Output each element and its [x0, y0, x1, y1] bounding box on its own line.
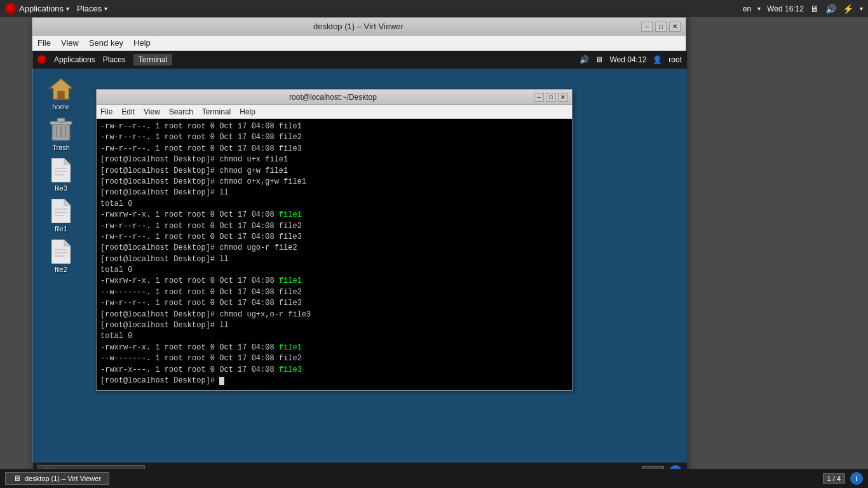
home-icon-label: home	[52, 103, 70, 111]
lang-arrow: ▾	[757, 5, 761, 12]
svg-marker-9	[64, 158, 71, 165]
file3-icon[interactable]: file3	[39, 158, 83, 192]
guest-user-icon: 👤	[653, 55, 662, 64]
file3-icon-label: file3	[55, 184, 67, 192]
virt-menu-file[interactable]: File	[37, 38, 51, 48]
virt-menu-sendkey[interactable]: Send key	[89, 38, 123, 48]
trash-icon-label: Trash	[52, 144, 70, 151]
home-icon[interactable]: home	[39, 76, 83, 111]
system-arrow-down: ▾	[860, 5, 863, 12]
terminal-line-19: [root@localhost Desktop]# ll	[100, 320, 568, 331]
terminal-menu-terminal[interactable]: Terminal	[202, 107, 231, 116]
virt-minimize-button[interactable]: –	[641, 22, 653, 32]
bottom-pager-button[interactable]: i	[850, 472, 863, 485]
system-topbar-left: Applications ▾ Places ▾	[5, 3, 107, 15]
gnome-orb-icon	[5, 3, 17, 15]
terminal-line-8: total 0	[100, 199, 568, 210]
system-monitor-icon: 🖥	[810, 4, 819, 14]
terminal-line-21: -rwxrw-r-x. 1 root root 0 Oct 17 04:08 f…	[100, 342, 568, 353]
trash-icon[interactable]: Trash	[39, 117, 83, 151]
guest-monitor-icon: 🖥	[595, 55, 603, 64]
virt-menu-view[interactable]: View	[61, 38, 79, 48]
system-places-menu[interactable]: Places	[77, 4, 102, 13]
terminal-line-15: -rwxrw-r-x. 1 root root 0 Oct 17 04:08 f…	[100, 276, 568, 287]
terminal-line-10: -rw-r--r--. 1 root root 0 Oct 17 04:08 f…	[100, 221, 568, 232]
terminal-line-24: [root@localhost Desktop]#	[100, 376, 568, 386]
terminal-cursor	[219, 377, 224, 385]
system-lang[interactable]: en	[743, 4, 751, 13]
svg-marker-14	[64, 199, 71, 205]
terminal-menu-file[interactable]: File	[100, 107, 112, 116]
svg-rect-4	[57, 118, 65, 122]
virt-viewer-titlebar: desktop (1) – Virt Viewer – □ ✕	[32, 18, 686, 36]
file1-icon-label: file1	[55, 225, 67, 233]
terminal-menubar: File Edit View Search Terminal Help	[97, 105, 572, 119]
terminal-line-22: --w-------. 1 root root 0 Oct 17 04:08 f…	[100, 353, 568, 364]
virt-viewer-window: desktop (1) – Virt Viewer – □ ✕ File Vie…	[32, 17, 686, 481]
terminal-line-2: -rw-r--r--. 1 root root 0 Oct 17 04:08 f…	[100, 132, 568, 143]
guest-taskbar-left: Applications Places Terminal	[37, 54, 172, 65]
terminal-line-11: -rw-r--r--. 1 root root 0 Oct 17 04:08 f…	[100, 232, 568, 243]
guest-terminal-menu[interactable]: Terminal	[133, 54, 172, 65]
terminal-line-18: [root@localhost Desktop]# chmod ug+x,o-r…	[100, 309, 568, 320]
terminal-line-3: -rw-r--r--. 1 root root 0 Oct 17 04:08 f…	[100, 144, 568, 154]
terminal-body[interactable]: -rw-r--r--. 1 root root 0 Oct 17 04:08 f…	[97, 119, 572, 390]
virt-menu-help[interactable]: Help	[133, 38, 151, 48]
bottom-task-item[interactable]: 🖥 desktop (1) – Virt Viewer	[5, 472, 109, 485]
guest-time: Wed 04:12	[609, 55, 646, 64]
virt-viewer-title: desktop (1) – Virt Viewer	[76, 22, 641, 31]
guest-gnome-orb	[37, 55, 46, 64]
file1-document-icon	[48, 198, 74, 224]
svg-marker-19	[64, 240, 71, 246]
terminal-ctrl-btns: – □ ✕	[534, 93, 568, 102]
virt-viewer-menubar: File View Send key Help	[32, 36, 686, 51]
terminal-line-4: [root@localhost Desktop]# chmod u+x file…	[100, 154, 568, 165]
system-time: Wed 16:12	[767, 4, 804, 13]
home-folder-icon	[48, 76, 74, 102]
virt-close-button[interactable]: ✕	[669, 22, 681, 32]
terminal-line-16: --w-------. 1 root root 0 Oct 17 04:08 f…	[100, 287, 568, 298]
system-apps-menu[interactable]: Applications	[19, 4, 64, 13]
guest-desktop: Applications Places Terminal 🔊 🖥 Wed 04:…	[32, 51, 687, 480]
bottom-page-indicator: 1 / 4	[823, 473, 845, 484]
terminal-minimize-button[interactable]: –	[534, 93, 544, 102]
virt-maximize-button[interactable]: □	[655, 22, 667, 32]
bottom-right: 1 / 4 i	[823, 472, 863, 485]
trash-bin-icon	[48, 117, 74, 142]
guest-speaker-icon: 🔊	[580, 55, 589, 64]
system-topbar: Applications ▾ Places ▾ en ▾ Wed 16:12 🖥…	[0, 0, 868, 17]
terminal-line-14: total 0	[100, 265, 568, 276]
terminal-line-6: [root@localhost Desktop]# chmod o+x,g+w …	[100, 177, 568, 187]
terminal-menu-search[interactable]: Search	[169, 107, 193, 116]
system-places-arrow: ▾	[104, 5, 107, 12]
guest-user: root	[668, 55, 682, 64]
guest-places-menu[interactable]: Places	[103, 55, 126, 64]
terminal-line-7: [root@localhost Desktop]# ll	[100, 187, 568, 198]
file2-icon[interactable]: file2	[39, 239, 83, 273]
system-apps-arrow: ▾	[66, 5, 69, 12]
terminal-line-5: [root@localhost Desktop]# chmod g+w file…	[100, 166, 568, 177]
bottom-task-icon: 🖥	[13, 474, 21, 483]
svg-rect-1	[57, 91, 64, 99]
terminal-line-20: total 0	[100, 331, 568, 342]
file1-icon[interactable]: file1	[39, 198, 83, 233]
terminal-menu-help[interactable]: Help	[240, 107, 255, 116]
terminal-window: root@localhost:~/Desktop – □ ✕ File Edit…	[96, 89, 573, 391]
virt-viewer-controls: – □ ✕	[641, 22, 681, 32]
terminal-maximize-button[interactable]: □	[546, 93, 556, 102]
terminal-line-23: -rwxr-x---. 1 root root 0 Oct 17 04:08 f…	[100, 365, 568, 376]
guest-apps-menu[interactable]: Applications	[54, 55, 95, 64]
terminal-line-13: [root@localhost Desktop]# ll	[100, 254, 568, 265]
file2-icon-label: file2	[55, 266, 67, 273]
guest-taskbar: Applications Places Terminal 🔊 🖥 Wed 04:…	[32, 51, 687, 69]
system-topbar-right: en ▾ Wed 16:12 🖥 🔊 ⚡ ▾	[743, 4, 863, 14]
desktop-icons: home Trash	[39, 76, 83, 273]
terminal-line-12: [root@localhost Desktop]# chmod ugo-r fi…	[100, 243, 568, 254]
file3-document-icon	[48, 158, 74, 183]
system-bottom-taskbar: 🖥 desktop (1) – Virt Viewer 1 / 4 i	[0, 469, 868, 488]
terminal-line-1: -rw-r--r--. 1 root root 0 Oct 17 04:08 f…	[100, 121, 568, 132]
terminal-close-button[interactable]: ✕	[558, 93, 568, 102]
terminal-menu-edit[interactable]: Edit	[121, 107, 135, 116]
guest-taskbar-right: 🔊 🖥 Wed 04:12 👤 root	[580, 55, 682, 64]
terminal-menu-view[interactable]: View	[144, 107, 160, 116]
